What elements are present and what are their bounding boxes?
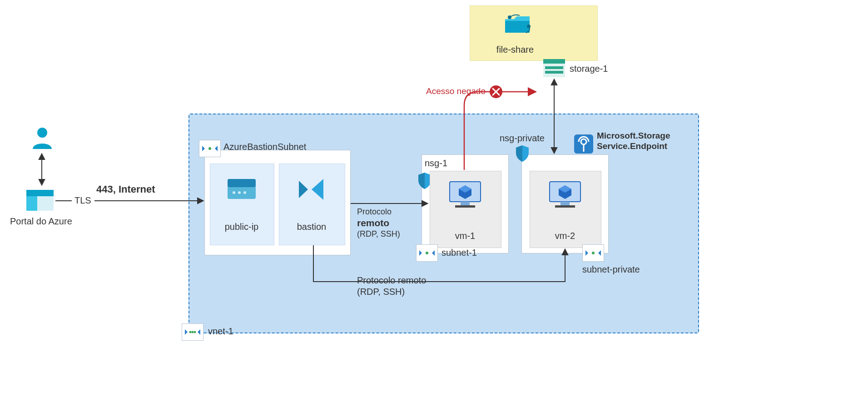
remote-proto-line2-a: Protocolo remoto (357, 275, 426, 285)
remote-proto-text-2: Protocolo remoto (RDP, SSH) (357, 275, 426, 298)
connectors (0, 0, 868, 412)
diagram-canvas: vnet-1 AzureBastionSubnet public-ip bast… (0, 0, 868, 412)
access-denied-label: Acesso negado (426, 86, 486, 96)
remote-proto-detail: (RDP, SSH) (357, 229, 400, 238)
remote-proto-line2-b: (RDP, SSH) (357, 287, 405, 297)
remote-proto-text-1: Protocolo remoto (RDP, SSH) (357, 207, 400, 239)
remote-proto-bold: remoto (357, 218, 389, 228)
remote-proto-heading: Protocolo (357, 207, 392, 216)
